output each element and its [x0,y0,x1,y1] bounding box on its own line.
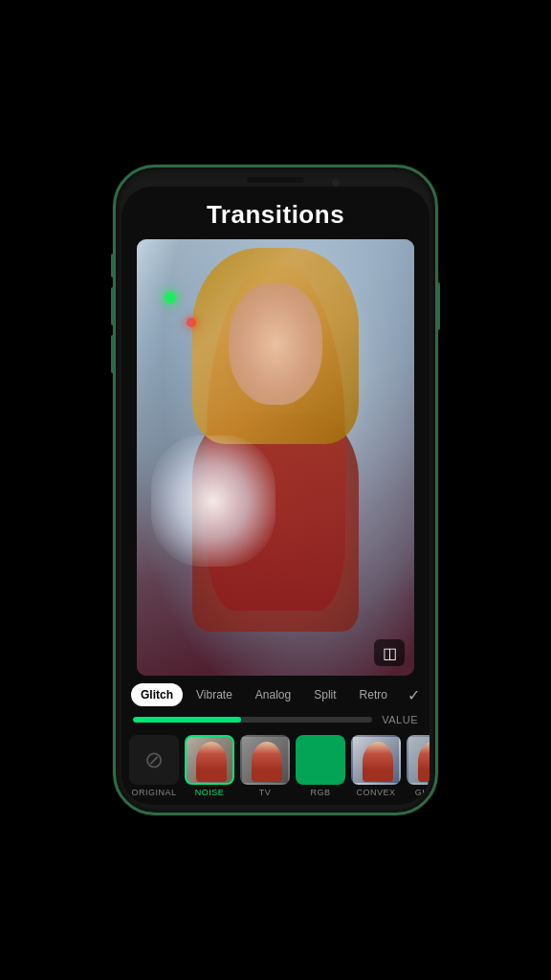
power-button[interactable] [436,282,440,330]
thumb-person-tv [252,742,282,782]
effect-tv[interactable]: TV [240,735,290,797]
front-camera [332,179,340,187]
value-row: VALUE [121,710,430,729]
effect-noise[interactable]: NoIsE [185,735,234,797]
tab-vibrate[interactable]: Vibrate [187,683,242,706]
apply-checkmark[interactable]: ✓ [408,686,420,704]
effect-ghost[interactable]: GhoST [407,735,430,797]
effect-label-convex: CONVEX [356,788,395,797]
effect-rgb[interactable]: RGB [296,735,345,797]
effect-original[interactable]: ⊘ ORIGINAL [129,735,179,797]
page-title: Transitions [207,200,344,229]
effect-label-ghost: GhoST [415,788,430,797]
effect-label-noise: NoIsE [195,788,225,797]
bokeh-light-green [165,292,176,303]
effect-thumb-tv [240,735,290,785]
effect-thumb-original: ⊘ [129,735,179,785]
tab-glitch[interactable]: Glitch [131,683,183,706]
effect-thumb-rgb [296,735,345,785]
snow-effect [151,435,276,567]
notch-area [116,167,435,187]
tab-analog[interactable]: Analog [246,683,300,706]
thumb-person-convex [363,742,393,782]
compare-button[interactable]: ◫ [374,639,405,666]
speaker [247,177,304,183]
tab-split[interactable]: Split [304,683,345,706]
volume-up-button[interactable] [111,287,115,325]
phone-screen: Transitions ◫ [121,187,430,805]
title-area: Transitions [121,187,430,239]
no-entry-icon: ⊘ [144,746,164,773]
effect-thumb-noise [185,735,234,785]
value-slider-track[interactable] [133,717,372,723]
preview-area: ◫ [137,239,414,676]
mute-button[interactable] [111,254,115,278]
effect-convex[interactable]: CONVEX [351,735,401,797]
preview-image [137,239,414,676]
value-label: VALUE [382,714,418,725]
photo-background [137,239,414,676]
thumb-person-ghost [418,742,430,782]
screen-content: Transitions ◫ [121,187,430,805]
face-area [229,283,323,406]
effect-thumb-ghost [407,735,430,785]
effect-label-tv: TV [259,788,272,797]
effect-thumb-convex [351,735,401,785]
effect-label-rgb: RGB [310,788,330,797]
compare-icon: ◫ [383,644,397,662]
volume-down-button[interactable] [111,335,115,373]
effect-label-original: ORIGINAL [131,788,176,797]
thumb-person-noise [196,742,227,782]
filter-tabs: Glitch Vibrate Analog Split Retro ✓ [121,676,430,710]
effects-row: ⊘ ORIGINAL NoIsE TV [121,729,430,805]
phone-frame: Transitions ◫ [113,165,438,815]
slider-fill [133,717,241,723]
tab-retro[interactable]: Retro [350,683,397,706]
